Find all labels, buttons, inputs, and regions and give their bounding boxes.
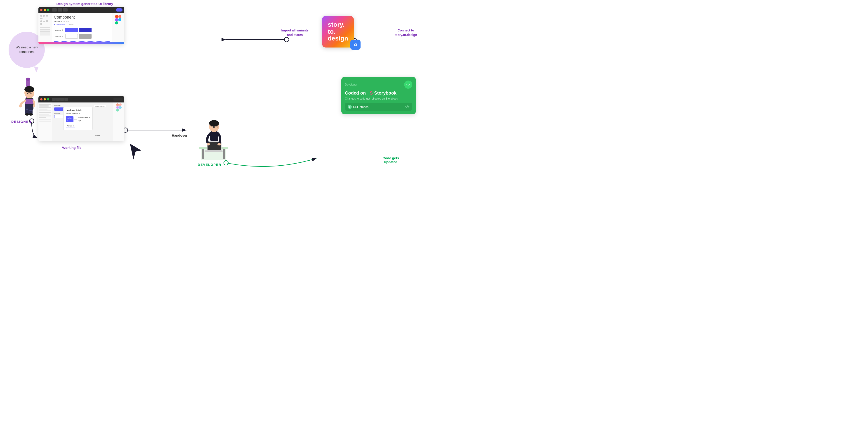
svg-rect-38 bbox=[116, 106, 119, 109]
svg-rect-36 bbox=[116, 104, 119, 106]
story-to-design-text: story. to. design bbox=[326, 19, 350, 44]
dev-card-label: Developer bbox=[345, 83, 358, 86]
handover-box: Handover details Border radius = 0 Varia… bbox=[63, 107, 93, 130]
tab-docs[interactable]: DOCS bbox=[64, 20, 69, 22]
svg-rect-39 bbox=[119, 106, 122, 109]
svg-point-17 bbox=[31, 93, 32, 94]
import-variants-label: Import all variants and states bbox=[281, 28, 309, 37]
figma-dot-yellow[interactable] bbox=[43, 9, 46, 11]
svg-rect-27 bbox=[118, 15, 121, 18]
working-sidebar-left bbox=[38, 103, 52, 141]
code-updated-label: Code getsupdated bbox=[382, 156, 399, 164]
connect-label: Connect to story.to.design bbox=[395, 28, 417, 37]
toolbar-icon-1 bbox=[52, 8, 57, 11]
variant2-row: Variant 2 bbox=[55, 34, 109, 39]
svg-rect-37 bbox=[119, 104, 122, 106]
svg-point-56 bbox=[217, 143, 221, 145]
working-titlebar bbox=[38, 96, 124, 103]
svg-point-25 bbox=[19, 104, 22, 108]
working-content: Variant 1 Variant 2 Handover details Bor… bbox=[38, 103, 124, 141]
developer-card: Developer <> Coded on S Storybook Change… bbox=[341, 77, 416, 114]
border-radius-text: Border radius = 0 bbox=[66, 112, 90, 115]
variant1-label: Variant 1 bbox=[55, 29, 64, 31]
working-main: Variant 1 Variant 2 Handover details Bor… bbox=[52, 103, 113, 141]
wf-toolbar-2 bbox=[56, 98, 60, 101]
wf-toolbar-3 bbox=[60, 98, 64, 101]
dev-code-button[interactable]: <> bbox=[404, 81, 412, 89]
dev-card-subtitle: Changes to code get reflected on Storybo… bbox=[345, 97, 412, 100]
svg-rect-26 bbox=[115, 15, 118, 18]
variant1-chip: Variant 1 bbox=[66, 116, 73, 122]
figma-content: Component STORIES DOCS ✦ Component hover… bbox=[38, 13, 124, 44]
component-label: ✦ Component bbox=[54, 24, 65, 26]
outside-label: outside bbox=[95, 135, 100, 136]
figma-sidebar-left bbox=[38, 13, 52, 44]
svg-rect-45 bbox=[223, 149, 225, 159]
working-file-label: Working file bbox=[62, 146, 82, 149]
working-dot-red[interactable] bbox=[40, 98, 42, 101]
developer-figure bbox=[197, 111, 230, 161]
speech-bubble-text: We need a new component bbox=[13, 45, 40, 54]
svg-point-51 bbox=[209, 120, 219, 126]
svg-rect-40 bbox=[116, 109, 119, 112]
variant2-label: Variant 2 bbox=[55, 35, 64, 37]
wf-toolbar-right bbox=[114, 98, 123, 101]
working-sidebar-right bbox=[113, 103, 124, 141]
designer-figure bbox=[12, 66, 42, 118]
variant1-row: Variant 1 bbox=[55, 28, 109, 32]
wf-toolbar-1 bbox=[52, 98, 56, 101]
working-dot-yellow[interactable] bbox=[43, 98, 46, 101]
figma-gradient-bar bbox=[38, 42, 124, 44]
figma-logo-area bbox=[112, 13, 124, 25]
csf-code-icon: </> bbox=[405, 105, 410, 109]
svg-rect-22 bbox=[29, 110, 32, 111]
variant2-chip: Variant 2 bbox=[66, 124, 75, 128]
svg-point-24 bbox=[29, 113, 33, 116]
toolbar-icon-2 bbox=[58, 8, 62, 11]
working-dot-green[interactable] bbox=[47, 98, 49, 101]
variant2-white-box bbox=[65, 34, 78, 39]
story-to-design-box: story. to. design bbox=[322, 16, 354, 48]
csf-icon: S bbox=[348, 105, 352, 109]
square-corners-label: square corners bbox=[94, 105, 106, 107]
csf-label: S CSF stories bbox=[348, 105, 368, 109]
svg-point-8 bbox=[224, 161, 228, 165]
svg-rect-30 bbox=[115, 21, 118, 24]
share-button[interactable]: ▶ bbox=[116, 8, 123, 11]
figma-sidebar-right bbox=[112, 13, 124, 44]
svg-point-16 bbox=[27, 93, 29, 94]
svg-point-55 bbox=[207, 143, 210, 145]
figma-dot-green[interactable] bbox=[47, 9, 49, 11]
designer-label: DESIGNER bbox=[11, 120, 31, 123]
dev-card-title: Coded on S Storybook bbox=[345, 90, 412, 96]
svg-rect-29 bbox=[118, 18, 121, 21]
svg-point-11 bbox=[26, 78, 30, 81]
svg-rect-18 bbox=[25, 99, 33, 104]
dev-card-csf: S CSF stories </> bbox=[345, 103, 412, 111]
svg-rect-49 bbox=[210, 131, 218, 141]
svg-rect-28 bbox=[115, 18, 118, 21]
variant1-blue-box bbox=[65, 28, 78, 32]
border-width-text: Border width = 2px bbox=[78, 116, 90, 122]
svg-point-31 bbox=[355, 44, 356, 46]
svg-marker-41 bbox=[130, 144, 141, 160]
svg-rect-20 bbox=[29, 104, 33, 114]
tab-stories[interactable]: STORIES bbox=[54, 20, 62, 22]
variants-area: Variant 1 Variant 2 bbox=[54, 27, 110, 41]
dev-card-header: Developer <> bbox=[345, 81, 412, 89]
svg-point-6 bbox=[284, 37, 289, 42]
svg-point-15 bbox=[24, 86, 34, 92]
figma-window: ▶ bbox=[38, 7, 124, 44]
figma-dot-red[interactable] bbox=[40, 9, 42, 11]
figma-component-title: Component bbox=[54, 15, 110, 20]
wf-figma-logo bbox=[116, 104, 122, 112]
figma-logo bbox=[115, 15, 121, 24]
handover-label: Handover bbox=[172, 134, 187, 137]
working-window: Variant 1 Variant 2 Handover details Bor… bbox=[38, 96, 124, 141]
figma-titlebar: ▶ bbox=[38, 7, 124, 13]
svg-rect-44 bbox=[202, 149, 204, 159]
svg-rect-21 bbox=[26, 109, 28, 110]
developer-label: DEVELOPER bbox=[198, 163, 221, 167]
f-label: f bbox=[75, 24, 75, 26]
svg-rect-48 bbox=[205, 150, 223, 152]
